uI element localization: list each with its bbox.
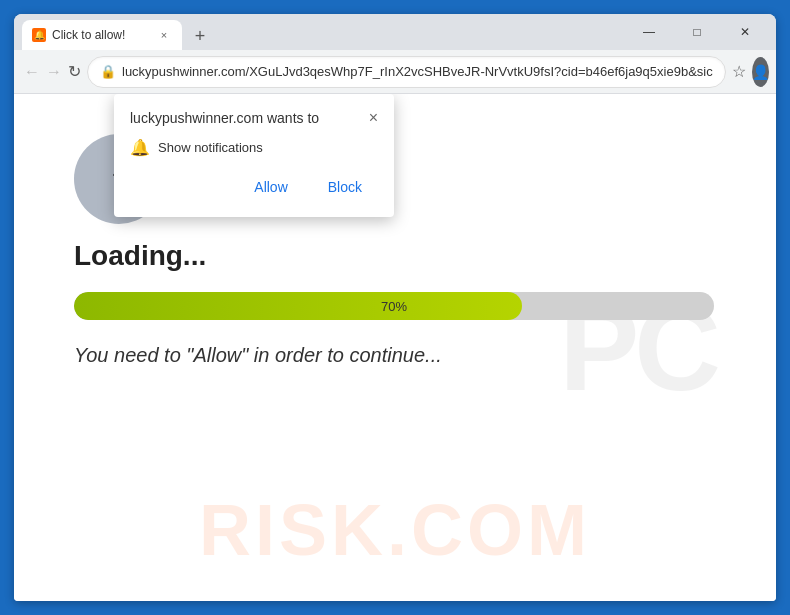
- progress-bar-container: 70%: [74, 292, 714, 320]
- profile-button[interactable]: 👤: [752, 57, 769, 87]
- browser-window: 🔔 Click to allow! × + — □ ✕ ← → ↻ 🔒 luck…: [14, 14, 776, 601]
- browser-tab[interactable]: 🔔 Click to allow! ×: [22, 20, 182, 50]
- menu-button[interactable]: ⋮: [775, 57, 776, 87]
- forward-button[interactable]: →: [46, 56, 62, 88]
- allow-message: You need to "Allow" in order to continue…: [74, 344, 442, 367]
- back-button[interactable]: ←: [24, 56, 40, 88]
- tab-title: Click to allow!: [52, 28, 150, 42]
- allow-button[interactable]: Allow: [238, 173, 303, 201]
- loading-text: Loading...: [74, 240, 206, 272]
- risk-watermark: RISK.COM: [199, 489, 591, 571]
- popup-close-button[interactable]: ×: [369, 110, 378, 126]
- window-controls: — □ ✕: [626, 14, 768, 50]
- block-button[interactable]: Block: [312, 173, 378, 201]
- address-text: luckypushwinner.com/XGuLJvd3qesWhp7F_rIn…: [122, 64, 713, 79]
- progress-bar-fill: [74, 292, 522, 320]
- popup-title: luckypushwinner.com wants to: [130, 110, 319, 126]
- permission-popup: luckypushwinner.com wants to × 🔔 Show no…: [114, 94, 394, 217]
- title-bar: 🔔 Click to allow! × + — □ ✕: [14, 14, 776, 50]
- popup-header: luckypushwinner.com wants to ×: [130, 110, 378, 126]
- notification-label: Show notifications: [158, 140, 263, 155]
- browser-toolbar: ← → ↻ 🔒 luckypushwinner.com/XGuLJvd3qesW…: [14, 50, 776, 94]
- new-tab-button[interactable]: +: [186, 22, 214, 50]
- address-bar[interactable]: 🔒 luckypushwinner.com/XGuLJvd3qesWhp7F_r…: [87, 56, 726, 88]
- reload-button[interactable]: ↻: [68, 56, 81, 88]
- progress-label: 70%: [381, 299, 407, 314]
- lock-icon: 🔒: [100, 64, 116, 79]
- popup-buttons: Allow Block: [130, 173, 378, 201]
- tab-close-button[interactable]: ×: [156, 27, 172, 43]
- bell-icon: 🔔: [130, 138, 150, 157]
- maximize-button[interactable]: □: [674, 14, 720, 50]
- tab-bar: 🔔 Click to allow! × +: [22, 14, 626, 50]
- bookmark-button[interactable]: ☆: [732, 57, 746, 87]
- minimize-button[interactable]: —: [626, 14, 672, 50]
- notification-row: 🔔 Show notifications: [130, 138, 378, 157]
- tab-favicon: 🔔: [32, 28, 46, 42]
- close-button[interactable]: ✕: [722, 14, 768, 50]
- page-content: PC RISK.COM luckypushwinner.com wants to…: [14, 94, 776, 601]
